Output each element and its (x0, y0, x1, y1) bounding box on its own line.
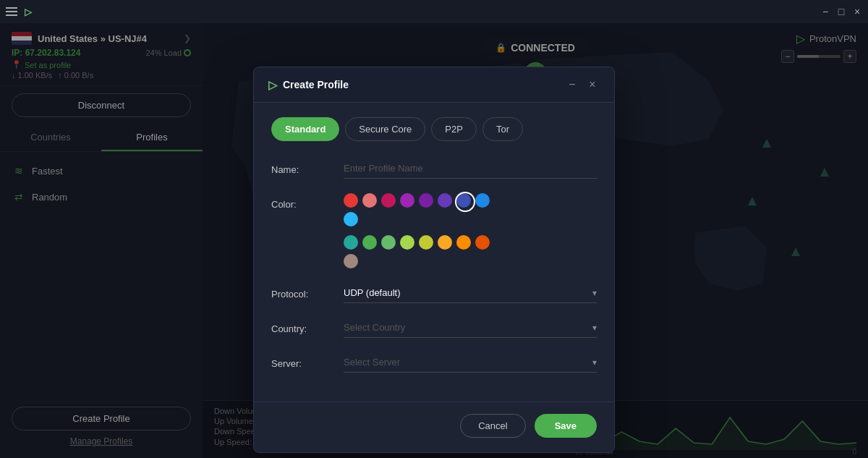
dialog-header: ▷ Create Profile − × (254, 67, 614, 103)
color-label: Color: (271, 193, 329, 210)
color-dot-4[interactable] (419, 193, 433, 208)
color-control (344, 193, 597, 268)
color-picker (344, 193, 503, 268)
color-dot-7[interactable] (475, 193, 490, 208)
profile-type-tabs: Standard Secure Core P2P Tor (271, 117, 597, 141)
proton-logo-small: ▷ (25, 7, 32, 17)
dialog-title-text: Create Profile (283, 79, 349, 90)
country-dropdown-arrow: ▾ (592, 323, 597, 333)
color-dot-2[interactable] (381, 193, 396, 208)
dialog-minimize-button[interactable]: − (565, 77, 579, 92)
maximize-button[interactable]: □ (836, 7, 846, 17)
server-label: Server: (271, 352, 329, 369)
country-label: Country: (271, 318, 329, 334)
color-dot-16[interactable] (475, 235, 490, 250)
form-row-name: Name: (271, 158, 597, 179)
color-dot-15[interactable] (456, 235, 471, 250)
tab-standard[interactable]: Standard (271, 117, 339, 141)
create-profile-dialog: ▷ Create Profile − × Standard Secure Cor… (253, 67, 615, 453)
name-input[interactable] (344, 158, 597, 179)
color-dot-8[interactable] (344, 212, 358, 226)
protocol-value: UDP (default) (344, 287, 401, 298)
protocol-control: UDP (default) ▾ (344, 283, 597, 303)
form-row-protocol: Protocol: UDP (default) ▾ (271, 283, 597, 303)
protocol-dropdown-arrow: ▾ (592, 288, 597, 298)
country-placeholder: Select Country (344, 322, 405, 333)
server-select[interactable]: Select Server ▾ (344, 352, 597, 373)
color-dot-12[interactable] (400, 235, 414, 250)
server-placeholder: Select Server (344, 357, 400, 368)
color-dot-0[interactable] (344, 193, 358, 208)
color-dot-14[interactable] (438, 235, 452, 250)
cancel-button[interactable]: Cancel (460, 414, 525, 438)
save-button[interactable]: Save (535, 414, 597, 438)
dialog-title: ▷ Create Profile (268, 78, 349, 92)
minimize-button[interactable]: − (820, 7, 830, 17)
color-dot-1[interactable] (362, 193, 377, 208)
tab-secure-core[interactable]: Secure Core (345, 117, 425, 141)
dialog-close-button[interactable]: × (585, 77, 600, 92)
title-bar-right: − □ × (820, 7, 862, 17)
color-dot-6[interactable] (456, 193, 471, 208)
protocol-label: Protocol: (271, 283, 329, 300)
country-control: Select Country ▾ (344, 318, 597, 338)
form-row-server: Server: Select Server ▾ (271, 352, 597, 373)
name-label: Name: (271, 158, 329, 175)
hamburger-icon[interactable] (6, 7, 17, 16)
color-dot-17[interactable] (344, 254, 358, 268)
server-dropdown-arrow: ▾ (592, 357, 597, 368)
protocol-dropdown[interactable]: UDP (default) ▾ (344, 283, 597, 303)
server-control: Select Server ▾ (344, 352, 597, 373)
close-button[interactable]: × (852, 7, 862, 17)
color-dot-10[interactable] (362, 235, 377, 250)
dialog-overlay: ▷ Create Profile − × Standard Secure Cor… (0, 23, 868, 458)
dialog-title-icon: ▷ (268, 78, 277, 92)
name-control (344, 158, 597, 179)
color-dot-5[interactable] (438, 193, 452, 208)
title-bar: ▷ − □ × (0, 0, 868, 23)
color-dot-11[interactable] (381, 235, 396, 250)
tab-p2p[interactable]: P2P (431, 117, 477, 141)
color-dot-9[interactable] (344, 235, 358, 250)
dialog-footer: Cancel Save (254, 402, 614, 452)
dialog-header-buttons: − × (565, 77, 600, 92)
country-select[interactable]: Select Country ▾ (344, 318, 597, 338)
color-dot-3[interactable] (400, 193, 414, 208)
form-row-country: Country: Select Country ▾ (271, 318, 597, 338)
color-dot-13[interactable] (419, 235, 433, 250)
dialog-body: Standard Secure Core P2P Tor Name: Color… (254, 103, 614, 402)
title-bar-left: ▷ (6, 7, 32, 17)
tab-tor[interactable]: Tor (482, 117, 523, 141)
form-row-color: Color: (271, 193, 597, 268)
